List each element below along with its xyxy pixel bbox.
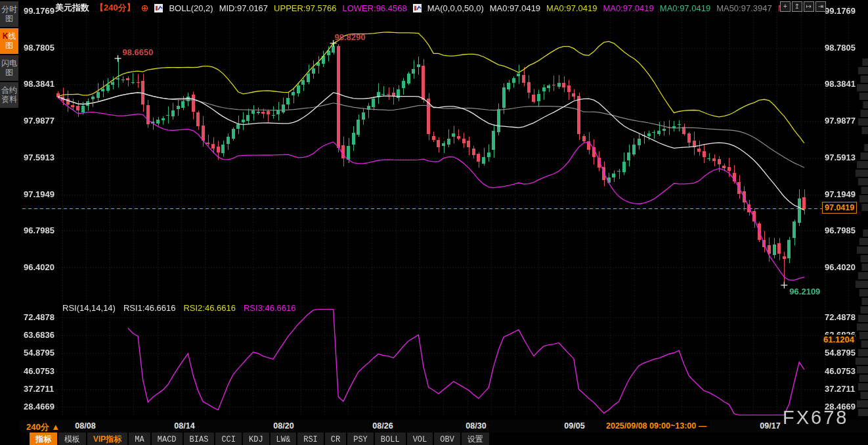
ma0-value-4: MA0:97.0419 xyxy=(660,3,710,13)
ma-indicator-icon[interactable] xyxy=(413,4,422,12)
rsi-name: RSI(14,14,14) xyxy=(62,303,116,313)
ma-name: MA(0,0,0,50,0) xyxy=(427,3,484,13)
rsi-axis-label: 63.6836 xyxy=(24,330,54,340)
candlestick-chart-canvas[interactable] xyxy=(0,0,868,445)
toolbar-button-设置[interactable]: 设置 xyxy=(462,433,489,445)
chart-tool-buttons: +↥↦⇥ xyxy=(780,1,826,12)
hover-date-range: 2025/09/08 09:00~13:00 — xyxy=(603,421,710,431)
rsi-axis-label: 46.0753 xyxy=(24,366,54,376)
rsi-axis-label: 37.2711 xyxy=(24,384,54,394)
price-axis-label: 98.3841 xyxy=(24,79,54,89)
price-axis-label: 97.5913 xyxy=(24,152,54,162)
rsi-axis-label: 54.8795 xyxy=(24,348,54,358)
sidebar-item-3[interactable]: 闪电图 xyxy=(0,55,18,81)
toolbar-button-lw-[interactable]: LW& xyxy=(271,433,297,445)
toolbar-button-psy[interactable]: PSY xyxy=(347,433,374,445)
left-sidebar: 分时图K线图闪电图合约资料 xyxy=(0,0,20,445)
last-price-tag: 97.0419 xyxy=(822,202,857,214)
symbol-name: 美元指数 xyxy=(55,2,89,14)
boll-upper-value: UPPER:97.5766 xyxy=(274,3,336,13)
annotation-high-1: 98.6650 xyxy=(123,47,154,57)
rsi3-value: RSI3:46.6616 xyxy=(244,303,296,313)
price-axis-label: 96.4020 xyxy=(24,262,54,272)
date-tick: 09/05 xyxy=(556,421,593,431)
boll-mid-value: MID:97.0167 xyxy=(219,3,268,13)
toolbar-button-cr[interactable]: CR xyxy=(325,433,346,445)
date-tick: 08/30 xyxy=(458,421,494,431)
toolbar-button-vip指标[interactable]: VIP指标 xyxy=(87,433,127,445)
toolbar-button-rsi[interactable]: RSI xyxy=(297,433,324,445)
rsi-axis-label: 72.4878 xyxy=(825,312,856,322)
price-axis-label: 98.7805 xyxy=(24,43,54,53)
axis-zoom-y-button[interactable]: ↥ xyxy=(792,1,802,12)
rsi1-value: RSI1:46.6616 xyxy=(123,303,176,313)
price-axis-label: 97.9877 xyxy=(825,116,856,126)
ma0-value-2: MA0:97.0419 xyxy=(546,3,597,13)
toolbar-button-cci[interactable]: CCI xyxy=(215,433,242,445)
pan-tool-button[interactable]: + xyxy=(780,1,791,12)
rsi-axis-label: 54.8795 xyxy=(825,348,856,358)
toolbar-button-vol[interactable]: VOL xyxy=(407,433,433,445)
toolbar-button-模板[interactable]: 模板 xyxy=(58,433,86,445)
axis-zoom-x-button[interactable]: ↦ xyxy=(804,1,814,12)
rsi-axis-label: 72.4878 xyxy=(24,312,54,322)
price-axis-label: 98.7805 xyxy=(825,43,856,53)
toolbar-button-macd[interactable]: MACD xyxy=(152,433,183,445)
price-axis-label: 96.4020 xyxy=(825,262,856,272)
price-axis-label: 99.1769 xyxy=(24,6,54,16)
price-axis-label: 97.9877 xyxy=(24,116,54,126)
annotation-low: 96.2109 xyxy=(789,287,820,296)
price-axis-label: 96.7985 xyxy=(825,225,856,235)
sidebar-item-4[interactable]: 合约资料 xyxy=(0,82,18,108)
watermark-logo: FX678 xyxy=(783,407,848,429)
toolbar-button-boll[interactable]: BOLL xyxy=(375,433,406,445)
ma0-value-3: MA0:97.0419 xyxy=(603,3,653,13)
toolbar-button-ma[interactable]: MA xyxy=(129,433,150,445)
price-axis-label: 96.7985 xyxy=(24,225,54,235)
price-axis-label: 99.1769 xyxy=(825,6,856,16)
date-tick: 08/08 xyxy=(67,421,104,431)
rsi2-value: RSI2:46.6616 xyxy=(183,303,236,313)
rsi-axis-label: 46.0753 xyxy=(825,366,856,376)
sidebar-item-2[interactable]: K线图 xyxy=(0,28,18,54)
rsi-header: RSI(14,14,14) RSI1:46.6616 RSI2:46.6616 … xyxy=(62,303,295,313)
add-indicator-icon[interactable]: ⊕ xyxy=(141,3,149,13)
annotation-high-2: 98.8290 xyxy=(335,32,366,42)
price-axis-label: 97.5913 xyxy=(825,152,856,162)
date-tick: 08/14 xyxy=(166,421,203,431)
period-selector[interactable]: 240分 ▲ xyxy=(26,421,60,433)
indicator-toolbar: 指标模板VIP指标MAMACDBIASCCIKDJLW&RSICRPSYBOLL… xyxy=(30,433,489,445)
toolbar-button-obv[interactable]: OBV xyxy=(434,433,460,445)
sidebar-item-1[interactable]: 分时图 xyxy=(0,1,18,27)
date-axis-row: 240分 ▲ 2025/09/08 09:00~13:00 — 08/0808/… xyxy=(20,420,868,433)
price-axis-label: 97.1949 xyxy=(825,189,856,199)
rsi-axis-label: 28.4669 xyxy=(24,402,54,411)
period-label: 【240分】 xyxy=(95,2,135,14)
price-axis-label: 97.1949 xyxy=(24,189,54,199)
collapse-panel-button[interactable]: ⇥ xyxy=(815,1,826,12)
chart-header: 美元指数 【240分】 ⊕ BOLL(20,2) MID:97.0167 UPP… xyxy=(55,2,791,14)
ma50-value: MA50:97.3947 xyxy=(716,3,772,13)
boll-lower-value: LOWER:96.4568 xyxy=(342,3,406,13)
rsi-current-value-tag: 61.1204 xyxy=(823,335,855,344)
price-axis-label: 98.3841 xyxy=(825,79,856,89)
boll-indicator-icon[interactable] xyxy=(154,4,163,12)
ma0-value-1: MA0:97.0419 xyxy=(490,3,540,13)
toolbar-button-bias[interactable]: BIAS xyxy=(184,433,215,445)
date-tick: 08/20 xyxy=(265,421,302,431)
boll-name: BOLL(20,2) xyxy=(169,3,213,13)
date-tick: 08/26 xyxy=(364,421,401,431)
toolbar-button-kdj[interactable]: KDJ xyxy=(243,433,269,445)
rsi-axis-label: 37.2711 xyxy=(825,384,855,394)
toolbar-button-指标[interactable]: 指标 xyxy=(30,433,57,445)
